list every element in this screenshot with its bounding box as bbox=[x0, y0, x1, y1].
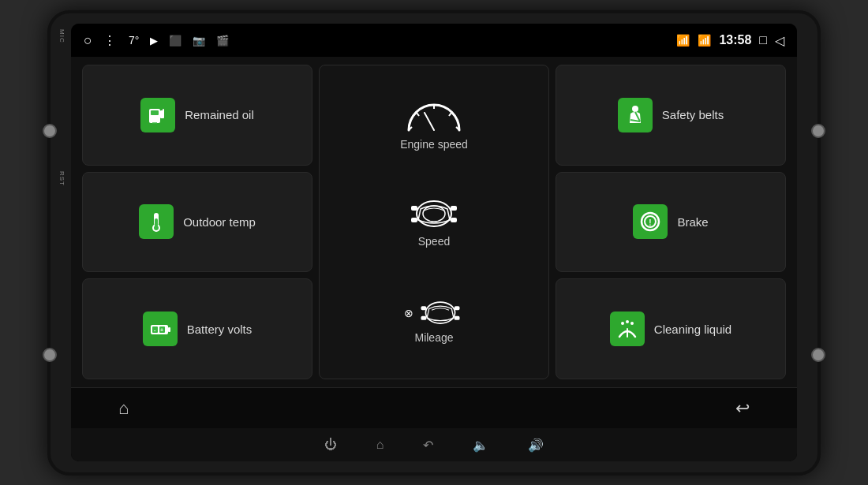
speed-section[interactable]: Speed bbox=[406, 173, 462, 272]
cleaning-liquid-card[interactable]: Cleaning liquid bbox=[556, 278, 786, 379]
back-nav-button[interactable]: ↩ bbox=[735, 398, 750, 419]
thermometer-icon-bg bbox=[139, 204, 174, 239]
window-icon: □ bbox=[759, 33, 767, 47]
media-icon-3: 🎬 bbox=[216, 35, 229, 47]
brake-label: Brake bbox=[677, 215, 708, 229]
svg-rect-21 bbox=[455, 316, 460, 320]
svg-rect-19 bbox=[455, 306, 460, 310]
thermometer-icon bbox=[145, 211, 167, 233]
bluetooth-icon: 📶 bbox=[676, 34, 690, 47]
svg-text:!: ! bbox=[649, 218, 652, 227]
knob-top-left bbox=[43, 124, 57, 138]
battery-volts-label: Battery volts bbox=[187, 323, 253, 336]
main-content: Remained oil bbox=[71, 57, 797, 387]
outdoor-temp-card[interactable]: Outdoor temp bbox=[82, 172, 312, 273]
svg-point-40 bbox=[626, 320, 629, 323]
brake-icon-bg: ! bbox=[633, 204, 668, 239]
engine-speed-section[interactable]: Engine speed bbox=[400, 73, 468, 173]
knob-bottom-right bbox=[811, 348, 825, 362]
svg-point-17 bbox=[425, 302, 455, 323]
svg-line-8 bbox=[449, 113, 451, 116]
seatbelt-icon bbox=[624, 104, 646, 126]
brake-icon: ! bbox=[639, 211, 661, 233]
device-frame: MIC RST ○ ⋮ 7° ▶ ⬛ 📷 🎬 📶 📶 13:58 □ ◁ bbox=[47, 10, 821, 476]
battery-icon-bg: - + bbox=[143, 312, 178, 346]
car-speed-icon bbox=[406, 196, 462, 232]
safety-belts-label: Safety belts bbox=[662, 108, 724, 121]
svg-point-11 bbox=[417, 201, 451, 226]
wiper-icon-bg bbox=[610, 312, 645, 346]
brake-card[interactable]: ! Brake bbox=[556, 172, 786, 273]
speed-label: Speed bbox=[418, 235, 450, 248]
media-icon-1: ⬛ bbox=[169, 35, 181, 47]
seatbelt-icon-bg bbox=[618, 98, 653, 132]
wiper-icon bbox=[616, 318, 638, 340]
svg-line-10 bbox=[425, 113, 434, 130]
cleaning-liquid-label: Cleaning liquid bbox=[654, 323, 731, 336]
svg-rect-33 bbox=[168, 327, 170, 332]
svg-rect-15 bbox=[411, 218, 417, 222]
home-button[interactable]: ⌂ bbox=[376, 438, 384, 452]
engine-speed-label: Engine speed bbox=[400, 138, 468, 151]
battery-volts-card[interactable]: - + Battery volts bbox=[82, 278, 312, 379]
power-button[interactable]: ⏻ bbox=[324, 438, 337, 452]
play-icon: ▶ bbox=[150, 35, 158, 47]
back-button[interactable]: ↶ bbox=[423, 438, 433, 453]
screen: ○ ⋮ 7° ▶ ⬛ 📷 🎬 📶 📶 13:58 □ ◁ bbox=[71, 24, 797, 461]
media-icon-2: 📷 bbox=[193, 35, 205, 47]
home-nav-icon[interactable]: ⌂ bbox=[118, 398, 129, 419]
status-right-group: 📶 📶 13:58 □ ◁ bbox=[676, 33, 784, 48]
svg-point-28 bbox=[154, 226, 159, 230]
svg-point-39 bbox=[630, 322, 634, 325]
remained-oil-label: Remained oil bbox=[185, 108, 254, 121]
knob-bottom-left bbox=[43, 348, 57, 362]
nav-bar: ⌂ ↩ bbox=[71, 387, 797, 428]
car-mileage-icon bbox=[417, 298, 464, 328]
menu-dots-icon: ⋮ bbox=[103, 33, 116, 48]
vol-up-button[interactable]: 🔊 bbox=[528, 438, 544, 453]
wifi-icon: 📶 bbox=[698, 34, 711, 47]
clock-display: 13:58 bbox=[719, 33, 751, 47]
status-bar: ○ ⋮ 7° ▶ ⬛ 📷 🎬 📶 📶 13:58 □ ◁ bbox=[71, 24, 797, 57]
mic-label: MIC bbox=[58, 29, 65, 43]
svg-line-6 bbox=[417, 113, 419, 116]
svg-text:+: + bbox=[160, 327, 163, 333]
svg-rect-1 bbox=[151, 110, 159, 115]
safety-belts-card[interactable]: Safety belts bbox=[556, 65, 786, 166]
rst-label: RST bbox=[58, 171, 65, 186]
svg-rect-16 bbox=[451, 218, 457, 222]
cards-grid: Remained oil bbox=[82, 65, 786, 379]
warning-icon: ⊗ bbox=[404, 307, 413, 319]
fuel-icon bbox=[147, 104, 169, 126]
vol-down-button[interactable]: 🔈 bbox=[473, 438, 488, 453]
svg-rect-20 bbox=[421, 316, 427, 320]
back-nav-icon: ◁ bbox=[775, 33, 784, 48]
mileage-section[interactable]: ⊗ Mileage bbox=[404, 271, 464, 371]
mileage-label: Mileage bbox=[414, 331, 453, 344]
bottom-buttons-bar: ⏻ ⌂ ↶ 🔈 🔊 bbox=[71, 428, 797, 461]
center-panel: Engine speed bbox=[319, 65, 549, 379]
temperature-display: 7° bbox=[129, 34, 139, 47]
knob-top-right bbox=[811, 124, 825, 138]
remained-oil-card[interactable]: Remained oil bbox=[82, 65, 312, 166]
svg-rect-3 bbox=[163, 109, 164, 112]
svg-rect-13 bbox=[411, 206, 417, 211]
battery-icon: - + bbox=[149, 318, 171, 340]
circle-icon: ○ bbox=[84, 32, 92, 49]
svg-rect-14 bbox=[451, 206, 457, 211]
gauge-icon bbox=[402, 95, 466, 135]
svg-point-38 bbox=[621, 322, 624, 325]
svg-point-22 bbox=[632, 106, 638, 112]
svg-rect-18 bbox=[421, 306, 427, 310]
outdoor-temp-label: Outdoor temp bbox=[183, 215, 256, 229]
fuel-icon-bg bbox=[140, 98, 175, 132]
